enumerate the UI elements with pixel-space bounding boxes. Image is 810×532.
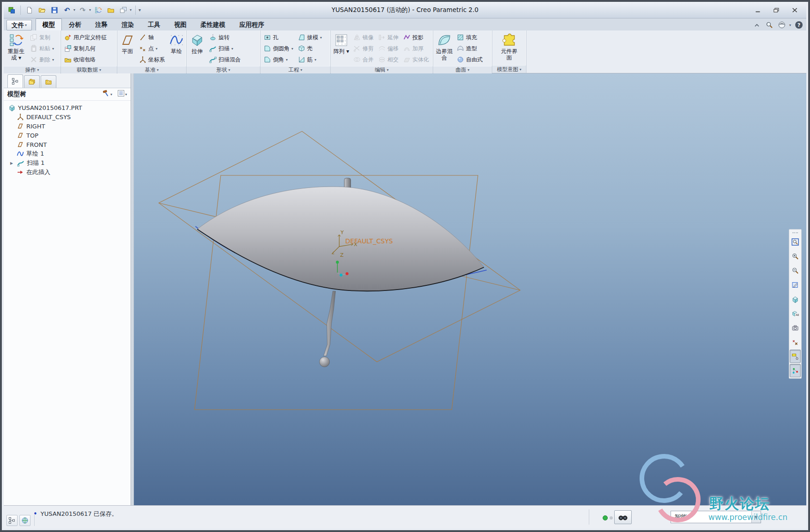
find-button[interactable] bbox=[614, 510, 632, 524]
selection-filter-dropdown[interactable]: ▼ bbox=[751, 511, 761, 523]
toolbar-grip[interactable] bbox=[792, 230, 798, 233]
project-button[interactable]: 投影 bbox=[401, 32, 431, 43]
freestyle-button[interactable]: 自由式 bbox=[455, 54, 484, 65]
tab-model-tree[interactable] bbox=[7, 74, 23, 88]
learning-center-icon[interactable] bbox=[778, 21, 786, 29]
collapse-ribbon-icon[interactable] bbox=[753, 21, 761, 29]
datum-csys-button[interactable]: 坐标系 bbox=[137, 54, 167, 65]
datum-point-button[interactable]: 点▾ bbox=[137, 43, 167, 54]
regenerate-button[interactable] bbox=[93, 5, 103, 15]
tab-render[interactable]: 渲染 bbox=[115, 18, 141, 30]
repaint-button[interactable] bbox=[790, 278, 801, 291]
thicken-button[interactable]: 加厚 bbox=[401, 43, 431, 54]
tree-item-part[interactable]: YUSAN20150617.PRT bbox=[6, 103, 131, 112]
draft-button[interactable]: 拔模▾ bbox=[296, 32, 324, 43]
intersect-button[interactable]: 相交 bbox=[376, 54, 400, 65]
group-caption-engineering[interactable]: 工程▾ bbox=[260, 66, 330, 73]
redo-button[interactable]: ↷ bbox=[78, 5, 88, 15]
copy-geometry-button[interactable]: 复制几何 bbox=[62, 43, 109, 54]
tree-item-sweep1[interactable]: ▶扫描 1 bbox=[6, 158, 131, 168]
group-caption-datum[interactable]: 基准▾ bbox=[117, 66, 186, 73]
tree-settings-icon[interactable] bbox=[103, 90, 110, 99]
umbrella-handle[interactable] bbox=[324, 291, 336, 356]
redo-dropdown[interactable]: ▾ bbox=[89, 8, 91, 12]
tab-view[interactable]: 视图 bbox=[167, 18, 193, 30]
tab-model[interactable]: 模型 bbox=[36, 18, 62, 30]
zoom-out-button[interactable] bbox=[790, 264, 801, 277]
group-caption-shapes[interactable]: 形状▾ bbox=[187, 66, 260, 73]
boundary-blend-button[interactable]: 边界混合 bbox=[435, 31, 454, 65]
selection-filter-combo[interactable]: 智能 ▼ bbox=[671, 511, 761, 523]
tree-item-right[interactable]: RIGHT bbox=[6, 121, 131, 131]
tree-settings-dropdown[interactable]: ▾ bbox=[110, 92, 112, 97]
undo-dropdown[interactable]: ▾ bbox=[73, 8, 75, 12]
swept-blend-button[interactable]: 扫描混合 bbox=[207, 54, 242, 65]
learning-center-dropdown[interactable]: ▾ bbox=[789, 23, 791, 27]
group-caption-surfaces[interactable]: 曲面▾ bbox=[433, 66, 492, 73]
tab-analysis[interactable]: 分析 bbox=[62, 18, 88, 30]
style-button[interactable]: 造型 bbox=[455, 43, 484, 54]
tab-folder-browser[interactable] bbox=[24, 75, 40, 88]
shell-button[interactable]: 壳 bbox=[296, 43, 324, 54]
tree-item-insert-here[interactable]: 在此插入 bbox=[6, 168, 131, 177]
datum-plane-button[interactable]: 平面 bbox=[119, 31, 136, 65]
component-interface-button[interactable]: 元件界面 bbox=[499, 31, 520, 64]
tab-flexible-modeling[interactable]: 柔性建模 bbox=[193, 18, 232, 30]
rib-button[interactable]: 筋▾ bbox=[296, 54, 324, 65]
offset-button[interactable]: 偏移 bbox=[376, 43, 400, 54]
maximize-button[interactable] bbox=[770, 6, 782, 14]
fill-button[interactable]: 填充 bbox=[455, 32, 484, 43]
graphics-area[interactable]: Y X Z DEFAULT_CSYS bbox=[134, 73, 806, 509]
display-style-button[interactable] bbox=[790, 292, 801, 306]
undo-button[interactable]: ↶ bbox=[62, 5, 72, 15]
handle-ball[interactable] bbox=[320, 357, 330, 367]
tab-tools[interactable]: 工具 bbox=[141, 18, 167, 30]
app-logo-icon[interactable] bbox=[6, 5, 17, 15]
sketch-button[interactable]: 草绘 bbox=[168, 31, 185, 65]
minimize-button[interactable] bbox=[752, 6, 764, 14]
capture-button[interactable] bbox=[790, 321, 801, 334]
show-list-icon[interactable] bbox=[117, 90, 125, 99]
zoom-in-button[interactable] bbox=[790, 249, 801, 263]
merge-button[interactable]: 合并 bbox=[351, 54, 375, 65]
delete-button[interactable]: 删除▾ bbox=[28, 54, 56, 65]
regenerate-big-button[interactable]: 重新生成 ▾ bbox=[5, 31, 27, 65]
customize-quick-access-button[interactable]: ▾ bbox=[139, 7, 141, 12]
help-icon[interactable]: ? bbox=[795, 21, 803, 29]
annotation-display-button[interactable] bbox=[790, 350, 801, 363]
zoom-fit-button[interactable] bbox=[790, 235, 801, 248]
group-caption-operations[interactable]: 操作▾ bbox=[4, 66, 60, 73]
group-caption-model-intent[interactable]: 模型意图▾ bbox=[492, 65, 526, 73]
windows-button[interactable] bbox=[118, 5, 128, 15]
datum-axis-button[interactable]: 轴 bbox=[137, 32, 167, 43]
show-list-dropdown[interactable]: ▾ bbox=[125, 92, 127, 97]
browser-toggle-button[interactable] bbox=[19, 515, 30, 526]
file-menu-button[interactable]: 文件▾ bbox=[6, 20, 32, 30]
spin-center-button[interactable] bbox=[790, 364, 801, 377]
extrude-button[interactable]: 拉伸 bbox=[188, 31, 206, 65]
chamfer-button[interactable]: 倒角▾ bbox=[262, 54, 295, 65]
windows-dropdown[interactable]: ▾ bbox=[130, 8, 132, 12]
group-caption-editing[interactable]: 编辑▾ bbox=[331, 66, 433, 73]
mirror-button[interactable]: 镜像 bbox=[351, 32, 375, 43]
udf-button[interactable]: 用户定义特征 bbox=[62, 32, 109, 43]
saved-views-button[interactable] bbox=[790, 307, 801, 320]
solidify-button[interactable]: 实体化 bbox=[401, 54, 431, 65]
group-caption-get-data[interactable]: 获取数据▾ bbox=[61, 66, 117, 73]
tree-item-sketch1[interactable]: 草绘 1 bbox=[6, 149, 131, 158]
close-button[interactable] bbox=[789, 6, 801, 14]
tree-item-default-csys[interactable]: DEFAULT_CSYS bbox=[6, 112, 131, 121]
tab-favorites[interactable] bbox=[41, 75, 56, 88]
pattern-button[interactable]: 阵列 ▾ bbox=[332, 31, 351, 65]
tree-item-top[interactable]: TOP bbox=[6, 131, 131, 140]
save-button[interactable] bbox=[49, 5, 60, 15]
copy-button[interactable]: 复制 bbox=[28, 32, 56, 43]
extend-button[interactable]: 延伸 bbox=[376, 32, 400, 43]
model-tree-toggle-button[interactable] bbox=[6, 515, 18, 526]
tab-applications[interactable]: 应用程序 bbox=[232, 18, 271, 30]
round-button[interactable]: 倒圆角▾ bbox=[262, 43, 295, 54]
tab-annotate[interactable]: 注释 bbox=[88, 18, 115, 30]
datum-display-button[interactable] bbox=[790, 335, 801, 349]
tree-item-front[interactable]: FRONT bbox=[6, 140, 131, 149]
close-window-button[interactable] bbox=[106, 5, 116, 15]
